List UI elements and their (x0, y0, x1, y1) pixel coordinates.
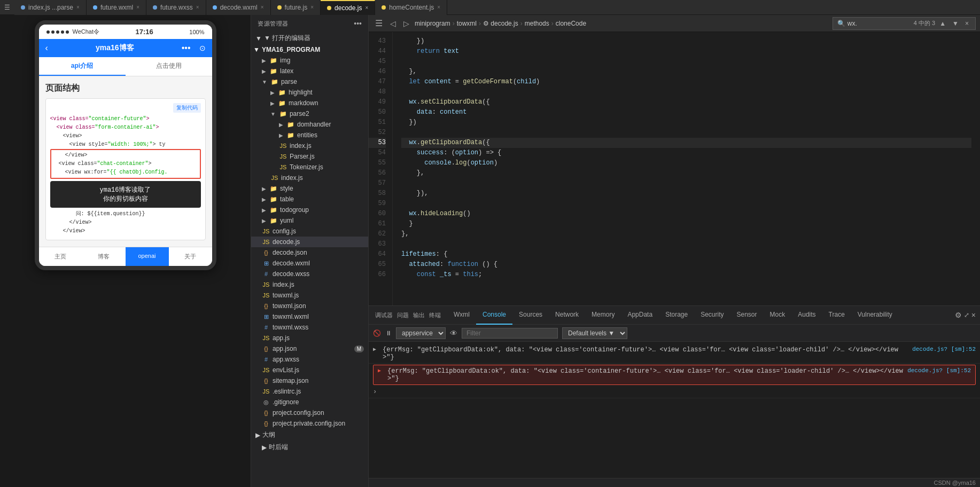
devtab-trace[interactable]: Trace (822, 306, 851, 325)
sidebar-item-indexjs-parse2[interactable]: JS index.js (251, 140, 368, 151)
tab-close[interactable]: × (261, 4, 264, 10)
project-header[interactable]: ▼ YMA16_PROGRAM (251, 44, 368, 55)
console-line-source[interactable]: decode.js? [sm]:52 (912, 346, 976, 352)
sidebar-item-highlight[interactable]: ▶ 📁 highlight (251, 87, 368, 98)
sidebar-item-domhandler[interactable]: ▶ 📁 domhandler (251, 119, 368, 130)
back-button[interactable]: ‹ (45, 43, 48, 53)
console-service-select[interactable]: appservice webview (396, 327, 446, 339)
tab-decode-wxml[interactable]: decode.wxml × (206, 0, 271, 15)
sidebar-item-appwxss[interactable]: # app.wxss (251, 354, 368, 365)
devtab-wxml[interactable]: Wxml (447, 306, 476, 325)
devtab-sensor[interactable]: Sensor (730, 306, 764, 325)
devtools-settings-button[interactable]: ⚙ (955, 311, 962, 319)
sidebar-item-decodejs[interactable]: JS decode.js (251, 237, 368, 247)
sidebar-item-towxmlwxml[interactable]: ⊞ towxml.wxml (251, 311, 368, 322)
sidebar-item-gitignore[interactable]: ◎ .gitignore (251, 397, 368, 407)
sidebar-item-envlistjs[interactable]: JS envList.js (251, 365, 368, 375)
search-down-button[interactable]: ▼ (950, 19, 961, 28)
devtools-close-button[interactable]: × (971, 311, 976, 319)
sidebar-item-towxmljson[interactable]: {} towxml.json (251, 301, 368, 311)
sidebar-item-parse2[interactable]: ▼ 📁 parse2 (251, 108, 368, 119)
sidebar-item-decodejson[interactable]: {} decode.json (251, 247, 368, 258)
tab-future-js[interactable]: future.js × (271, 0, 321, 15)
search-input[interactable] (847, 20, 912, 27)
outline-header[interactable]: ▶ 大纲 (251, 429, 368, 441)
phone-bottom-tab-home[interactable]: 主页 (39, 247, 82, 266)
tab-close[interactable]: × (310, 4, 314, 10)
sidebar-item-appjson[interactable]: {} app.json M (251, 343, 368, 354)
devtab-sources[interactable]: Sources (512, 306, 549, 325)
phone-tab-api[interactable]: api介绍 (39, 57, 126, 76)
sidebar-item-todogroup[interactable]: ▶ 📁 todogroup (251, 205, 368, 215)
phone-bottom-tab-openai[interactable]: openai (126, 247, 169, 266)
sidebar-item-projectconfigjson[interactable]: {} project.config.json (251, 407, 368, 418)
devtab-vulnerability[interactable]: Vulnerability (851, 306, 899, 325)
sidebar-item-towxmljs[interactable]: JS towxml.js (251, 290, 368, 301)
tab-future-wxss[interactable]: future.wxss × (146, 0, 206, 15)
tab-future-wxml[interactable]: future.wxml × (87, 0, 146, 15)
go-forward-button[interactable]: ▷ (401, 18, 411, 29)
search-close-button[interactable]: × (963, 19, 971, 28)
tab-close[interactable]: × (76, 4, 80, 10)
devtools-panel: 调试器 问题 输出 终端 Wxml Console Sources Networ… (369, 305, 980, 487)
phone-tab-use[interactable]: 点击使用 (126, 57, 212, 76)
console-level-select[interactable]: Default levels ▼ Verbose Info Warnings E… (562, 327, 627, 339)
sidebar-item-decodewxml[interactable]: ⊞ decode.wxml (251, 258, 368, 269)
devtab-security[interactable]: Security (694, 306, 730, 325)
expand-icon[interactable]: ▶ (378, 367, 381, 374)
devtab-mock[interactable]: Mock (764, 306, 792, 325)
back-nav-button[interactable]: ☰ (373, 17, 385, 29)
phone-bottom-tab-blog[interactable]: 博客 (82, 247, 126, 266)
devtab-memory[interactable]: Memory (585, 306, 621, 325)
devtools-maximize-button[interactable]: ⤢ (964, 311, 969, 319)
sidebar-item-indexjs-parse[interactable]: JS index.js (251, 172, 368, 183)
tab-close[interactable]: × (365, 5, 368, 11)
devtab-network[interactable]: Network (549, 306, 585, 325)
sidebar-item-parse[interactable]: ▼ 📁 parse (251, 76, 368, 87)
tab-close[interactable]: × (196, 4, 199, 10)
console-line-source[interactable]: decode.js? [sm]:52 (907, 367, 971, 374)
open-editors-header[interactable]: ▼ ▼ 打开的编辑器 (251, 32, 368, 44)
sidebar-item-indexjs2[interactable]: JS index.js (251, 279, 368, 290)
sidebar-item-yuml[interactable]: ▶ 📁 yuml (251, 215, 368, 226)
sidebar-item-eslintrc[interactable]: JS .eslintrc.js (251, 386, 368, 397)
tab-close[interactable]: × (136, 4, 139, 10)
sidebar-item-style[interactable]: ▶ 📁 style (251, 183, 368, 194)
console-filter-input[interactable] (462, 328, 558, 339)
sidebar-item-tokenizerjs[interactable]: JS Tokenizer.js (251, 162, 368, 172)
sidebar-item-sitemapjson[interactable]: {} sitemap.json (251, 375, 368, 386)
console-eye-button[interactable]: 👁 (450, 329, 457, 337)
sidebar-item-entities[interactable]: ▶ 📁 entities (251, 130, 368, 140)
devtab-audits[interactable]: Audits (791, 306, 822, 325)
sidebar-item-appjs[interactable]: JS app.js (251, 333, 368, 343)
sidebar-item-parserjs[interactable]: JS Parser.js (251, 151, 368, 162)
sidebar-item-markdown[interactable]: ▶ 📁 markdown (251, 98, 368, 108)
console-pause-button[interactable]: ⏸ (385, 329, 392, 337)
devtab-storage[interactable]: Storage (659, 306, 694, 325)
sidebar-item-extra[interactable]: ▶ 时后端 (251, 441, 368, 453)
sidebar-item-towxmlwxss[interactable]: # towxml.wxss (251, 322, 368, 333)
console-clear-button[interactable]: 🚫 (373, 329, 381, 337)
phone-bottom-tab-about[interactable]: 关于 (169, 247, 212, 266)
devtools-problems-label: 问题 (397, 311, 409, 319)
sidebar-item-decodewxss[interactable]: # decode.wxss (251, 269, 368, 279)
menu-icon[interactable]: ☰ (4, 4, 10, 11)
forward-nav-button[interactable]: ◁ (388, 18, 398, 29)
tab-close[interactable]: × (437, 4, 440, 10)
tab-homecontent-js[interactable]: homeContent.js × (375, 0, 447, 15)
copy-code-button[interactable]: 复制代码 (173, 103, 201, 113)
sidebar-item-img[interactable]: ▶ 📁 img (251, 55, 368, 66)
devtab-console[interactable]: Console (476, 306, 512, 325)
sidebar-item-projectprivatejson[interactable]: {} project.private.config.json (251, 418, 368, 429)
nav-camera-icon[interactable]: ⊙ (199, 44, 206, 52)
tab-decode-js[interactable]: decode.js × (321, 0, 375, 15)
sidebar-menu-button[interactable]: ••• (354, 19, 362, 28)
expand-icon[interactable]: ▶ (373, 346, 376, 352)
sidebar-item-latex[interactable]: ▶ 📁 latex (251, 66, 368, 76)
search-up-button[interactable]: ▲ (937, 19, 948, 28)
sidebar-item-configjs[interactable]: JS config.js (251, 226, 368, 237)
sidebar-item-table[interactable]: ▶ 📁 table (251, 194, 368, 205)
tab-index-parse[interactable]: index.js ...parse × (14, 0, 87, 15)
devtab-appdata[interactable]: AppData (621, 306, 659, 325)
nav-dots-icon[interactable]: ••• (182, 43, 191, 53)
